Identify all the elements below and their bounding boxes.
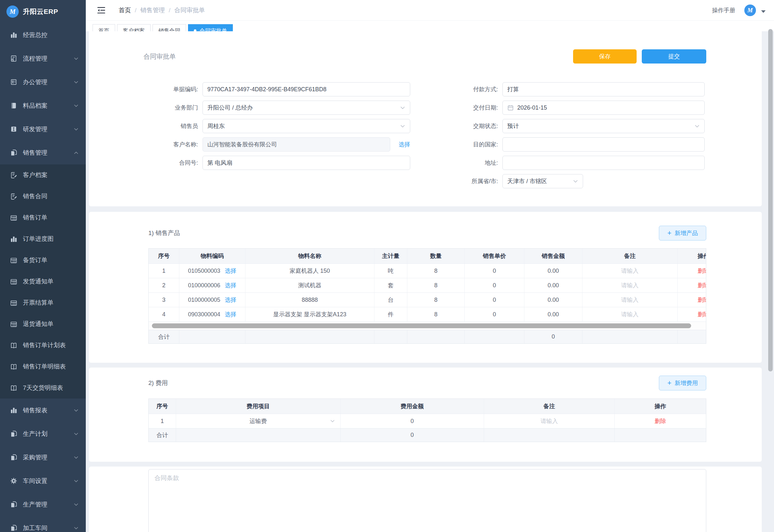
sidebar-subitem-7[interactable]: 退货通知单 — [0, 313, 86, 335]
table-row: 20100000006选择测试机器套800.00请输入删除 — [149, 278, 706, 292]
salesman-select[interactable]: 周桂东 — [203, 119, 410, 133]
form-row-payment-method: 付款方式: — [443, 82, 705, 96]
table-cell: 操作 — [678, 249, 706, 263]
tab-1[interactable]: 客户档案 — [117, 24, 151, 31]
select-material-link[interactable]: 选择 — [225, 281, 236, 289]
delete-row-link[interactable]: 删除 — [698, 281, 706, 289]
avatar[interactable]: M — [744, 5, 756, 16]
table-cell — [245, 330, 374, 343]
sidebar-item-0[interactable]: 经营总控 — [0, 23, 86, 47]
doc-code-field[interactable] — [203, 82, 410, 96]
submit-button[interactable]: 提交 — [642, 49, 706, 64]
delete-row-link[interactable]: 删除 — [698, 267, 706, 275]
pages-icon — [10, 501, 17, 508]
sidebar-item-1[interactable]: 生产计划 — [0, 422, 86, 446]
form-row-contract-no: 合同号: — [144, 156, 410, 170]
sidebar-item-3[interactable]: 车间设置 — [0, 469, 86, 493]
sidebar-item-2[interactable]: 办公管理 — [0, 70, 86, 94]
breadcrumb-home[interactable]: 首页 — [119, 6, 131, 15]
user-caret-down-icon[interactable] — [761, 10, 766, 13]
tab-0[interactable]: 首页 — [93, 24, 115, 31]
chevron-down-icon — [74, 103, 79, 108]
sidebar-item-4[interactable]: 研发管理 — [0, 117, 86, 141]
dest-country-field[interactable] — [502, 137, 705, 152]
form-row-salesman: 销售员 周桂东 — [144, 119, 410, 133]
table-cell: 测试机器 — [245, 278, 374, 292]
save-button[interactable]: 保存 — [573, 49, 637, 64]
sidebar-subitem-2[interactable]: 销售订单 — [0, 207, 86, 228]
vertical-scrollbar-thumb[interactable] — [768, 29, 773, 371]
province-city-select[interactable]: 天津市 / 市辖区 — [502, 174, 583, 188]
sidebar-item-5[interactable]: 销售管理 — [0, 141, 86, 164]
form-row-dest-country: 目的国家: — [443, 137, 705, 152]
table-cell: 序号 — [149, 249, 179, 263]
table-cell — [582, 330, 678, 343]
chevron-down-icon — [74, 80, 79, 85]
payment-method-field[interactable] — [502, 82, 705, 96]
sidebar-item-4[interactable]: 生产管理 — [0, 493, 86, 516]
remark-input[interactable]: 请输入 — [621, 267, 639, 275]
column-header: 主计量 — [382, 252, 400, 260]
customer-name-select-link[interactable]: 选择 — [399, 141, 410, 148]
table-cell: 0100000005选择 — [179, 293, 245, 307]
sidebar-item-label: 采购管理 — [23, 453, 74, 462]
chevron-down-icon — [74, 431, 79, 437]
remark-input[interactable]: 请输入 — [621, 296, 639, 304]
tab-3-active[interactable]: 合同审批单 — [188, 24, 233, 31]
sidebar-subitem-6[interactable]: 开票结算单 — [0, 292, 86, 313]
chevron-down-icon — [400, 123, 405, 129]
dest-country-wrap — [502, 137, 705, 152]
sidebar-subitem-5[interactable]: 发货通知单 — [0, 271, 86, 292]
fee-item-select[interactable]: 运输费 — [176, 414, 340, 428]
sidebar-item-5[interactable]: 加工车间 — [0, 516, 86, 532]
delete-row-link[interactable]: 删除 — [655, 417, 666, 425]
sidebar-subitem-9[interactable]: 销售订单明细表 — [0, 356, 86, 377]
horizontal-scrollbar-thumb[interactable] — [152, 323, 691, 328]
table-cell: 0.00 — [524, 293, 582, 307]
delete-row-link[interactable]: 删除 — [698, 296, 706, 304]
fees-panel: 2) 费用 + 新增费用 序号费用项目费用金额备注操作1运输费0请输入删除 合计… — [89, 368, 762, 462]
select-material-link[interactable]: 选择 — [225, 310, 236, 318]
table-cell — [465, 330, 524, 343]
add-product-button[interactable]: + 新增产品 — [659, 226, 706, 241]
sidebar-subitem-4[interactable]: 备货订单 — [0, 250, 86, 271]
sidebar-item-0[interactable]: 销售报表 — [0, 399, 86, 422]
sidebar-item-label: 车间设置 — [23, 477, 74, 485]
remark-input[interactable]: 请输入 — [541, 417, 558, 425]
remark-input[interactable]: 请输入 — [621, 281, 639, 289]
department-select[interactable]: 升阳公司 / 总经办 — [203, 101, 410, 115]
delivery-date-field[interactable]: 2026-01-15 — [502, 101, 705, 115]
sidebar-item-1[interactable]: 流程管理 — [0, 47, 86, 70]
sidebar-subitem-3[interactable]: 订单进度图 — [0, 228, 86, 250]
select-material-link[interactable]: 选择 — [225, 267, 236, 275]
sidebar-subitem-1[interactable]: 销售合同 — [0, 186, 86, 207]
delivery-status-select[interactable]: 预计 — [502, 119, 705, 133]
select-material-link[interactable]: 选择 — [225, 296, 236, 304]
contract-terms-input[interactable] — [148, 469, 706, 532]
sidebar-item-3[interactable]: 料品档案 — [0, 94, 86, 117]
contract-no-wrap — [203, 156, 410, 170]
sidebar-subitem-8[interactable]: 销售订单计划表 — [0, 335, 86, 356]
sidebar-subitem-0[interactable]: 客户档案 — [0, 164, 86, 186]
table-cell: 0 — [465, 293, 524, 307]
pages-icon — [10, 454, 17, 461]
delivery-date-value: 2026-01-15 — [517, 104, 547, 111]
table-cell: 请输入 — [582, 307, 678, 321]
sidebar-subitem-10[interactable]: 7天交货明细表 — [0, 377, 86, 399]
sidebar-item-label: 加工车间 — [23, 524, 74, 532]
delete-row-link[interactable]: 删除 — [698, 310, 706, 318]
column-header: 数量 — [430, 252, 442, 260]
table-cell: 请输入 — [582, 278, 678, 292]
table-row: 40903000004选择显示器支架 显示器支架A123件800.00请输入删除 — [149, 307, 706, 321]
manual-link[interactable]: 操作手册 — [712, 6, 735, 14]
menu-fold-icon[interactable] — [97, 7, 105, 14]
tab-2[interactable]: 销售合同 — [153, 24, 186, 31]
add-fee-button[interactable]: + 新增费用 — [659, 376, 706, 390]
sidebar-item-2[interactable]: 采购管理 — [0, 446, 86, 469]
table-cell: 套 — [374, 278, 407, 292]
contract-no-field[interactable] — [203, 156, 410, 170]
total-amount: 0 — [551, 333, 555, 340]
remark-input[interactable]: 请输入 — [621, 310, 639, 318]
products-section-bar: 1) 销售产品 + 新增产品 — [89, 212, 762, 241]
address-field[interactable] — [502, 156, 705, 170]
